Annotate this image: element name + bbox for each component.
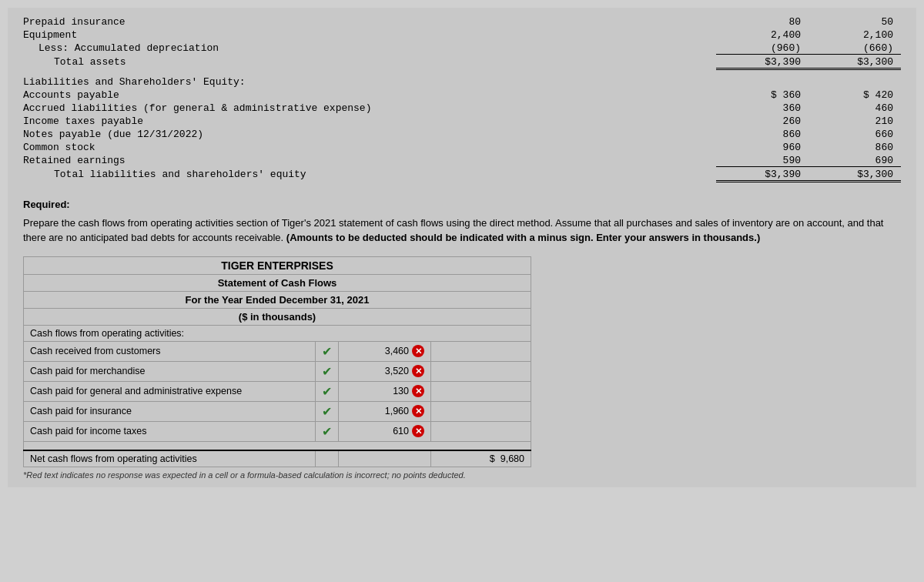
bs-label: Income taxes payable: [23, 115, 716, 127]
item-value: 610: [393, 426, 409, 436]
value-cell: 1,960 ✕: [339, 401, 431, 421]
bs-col1: (960): [716, 42, 808, 55]
item-value: 3,460: [385, 346, 409, 356]
checkmark-icon: ✔: [322, 345, 332, 358]
section-label: Cash flows from operating activities:: [24, 325, 531, 341]
bs-label: Accounts payable: [23, 89, 716, 101]
table-row: Cash paid for insurance ✔ 1,960 ✕: [24, 401, 531, 421]
bs-col1: $ 360: [716, 89, 808, 101]
bs-row-retained-earnings: Retained earnings 590 690: [23, 154, 901, 168]
item-label: Cash paid for general and administrative…: [24, 381, 316, 401]
bs-label: Prepaid insurance: [23, 16, 716, 28]
bs-label: Total assets: [23, 56, 716, 68]
bs-row-common-stock: Common stock 960 860: [23, 141, 901, 154]
bs-col1: 860: [716, 129, 808, 140]
checkmark-icon: ✔: [322, 425, 332, 438]
required-paragraph2: (Amounts to be deducted should be indica…: [286, 232, 760, 243]
value-cell: 130 ✕: [339, 381, 431, 401]
net-check-empty: [316, 450, 339, 467]
statement-table: TIGER ENTERPRISES Statement of Cash Flow…: [23, 256, 531, 467]
bs-row-liabilities-header: Liabilities and Shareholders' Equity:: [23, 75, 901, 89]
bs-col1: $3,390: [716, 56, 808, 70]
net-amount: 9,680: [500, 453, 524, 464]
bs-row-accum-dep: Less: Accumulated depreciation (960) (66…: [23, 42, 901, 55]
bs-label: Notes payable (due 12/31/2022): [23, 129, 716, 140]
error-icon: ✕: [412, 345, 424, 357]
bs-row-income-taxes: Income taxes payable 260 210: [23, 115, 901, 128]
net-cell-empty: [431, 381, 531, 401]
value-cell: 3,460 ✕: [339, 341, 431, 361]
check-cell: ✔: [316, 361, 339, 381]
bs-row-accrued: Accrued liabilities (for general & admin…: [23, 102, 901, 115]
bs-col2: $3,300: [808, 56, 901, 70]
bs-col1: 590: [716, 155, 808, 167]
checkmark-icon: ✔: [322, 365, 332, 378]
bs-row-notes-payable: Notes payable (due 12/31/2022) 860 660: [23, 128, 901, 141]
net-cell-empty: [431, 421, 531, 441]
check-cell: ✔: [316, 421, 339, 441]
item-value: 130: [393, 386, 409, 396]
check-cell: ✔: [316, 401, 339, 421]
bs-col2: $ 420: [808, 89, 901, 101]
footnote: *Red text indicates no response was expe…: [23, 470, 901, 480]
item-label: Cash paid for merchandise: [24, 361, 316, 381]
table-row: Cash paid for income taxes ✔ 610 ✕: [24, 421, 531, 441]
item-label: Cash received from customers: [24, 341, 316, 361]
bs-col1: 260: [716, 115, 808, 127]
bs-col2: 860: [808, 142, 901, 153]
item-label: Cash paid for insurance: [24, 401, 316, 421]
item-value: 1,960: [385, 406, 409, 416]
required-section: Required: Prepare the cash flows from op…: [23, 197, 901, 246]
checkmark-icon: ✔: [322, 405, 332, 418]
net-cell-empty: [431, 401, 531, 421]
value-cell: 3,520 ✕: [339, 361, 431, 381]
statement-title: TIGER ENTERPRISES: [24, 256, 531, 274]
bs-label: Liabilities and Shareholders' Equity:: [23, 76, 716, 88]
item-label: Cash paid for income taxes: [24, 421, 316, 441]
bs-row-total-equity: Total liabilities and shareholders' equi…: [23, 168, 901, 183]
page-wrapper: Prepaid insurance 80 50 Equipment 2,400 …: [8, 8, 916, 487]
check-cell: ✔: [316, 381, 339, 401]
bs-label: Equipment: [23, 29, 716, 41]
bs-row-accounts-payable: Accounts payable $ 360 $ 420: [23, 89, 901, 102]
bs-col1: 360: [716, 102, 808, 114]
table-row: Cash received from customers ✔ 3,460 ✕: [24, 341, 531, 361]
net-value-empty: [339, 450, 431, 467]
value-cell: 610 ✕: [339, 421, 431, 441]
bs-row-prepaid: Prepaid insurance 80 50: [23, 15, 901, 28]
bs-row-equipment: Equipment 2,400 2,100: [23, 28, 901, 42]
retained-earnings-label: Retained earnings: [23, 155, 716, 166]
table-row: Cash paid for general and administrative…: [24, 381, 531, 401]
bs-col1: 80: [716, 16, 808, 28]
balance-sheet: Prepaid insurance 80 50 Equipment 2,400 …: [23, 15, 901, 183]
bs-col1: $3,390: [716, 169, 808, 182]
error-icon: ✕: [412, 405, 424, 417]
net-cell-empty: [431, 341, 531, 361]
bs-col2: 690: [808, 155, 901, 167]
section-header-row: Cash flows from operating activities:: [24, 325, 531, 341]
item-value: 3,520: [385, 366, 409, 376]
bs-row-total-assets: Total assets $3,390 $3,300: [23, 55, 901, 71]
net-label: Net cash flows from operating activities: [24, 450, 316, 467]
error-icon: ✕: [412, 365, 424, 377]
bs-label: Total liabilities and shareholders' equi…: [23, 169, 716, 180]
check-cell: ✔: [316, 341, 339, 361]
bs-col1: 2,400: [716, 29, 808, 41]
checkmark-icon: ✔: [322, 385, 332, 398]
statement-subtitle: Statement of Cash Flows: [24, 274, 531, 291]
bs-label: Less: Accumulated depreciation: [23, 42, 716, 54]
bs-col2: $3,300: [808, 169, 901, 182]
table-row: Cash paid for merchandise ✔ 3,520 ✕: [24, 361, 531, 381]
bs-col2: 210: [808, 115, 901, 127]
error-icon: ✕: [412, 425, 424, 437]
statement-unit: ($ in thousands): [24, 308, 531, 325]
bs-label: Common stock: [23, 142, 716, 153]
bs-col2: 460: [808, 102, 901, 114]
net-cash-row: Net cash flows from operating activities…: [24, 450, 531, 467]
net-value: $ 9,680: [431, 450, 531, 467]
error-icon: ✕: [412, 385, 424, 397]
spacer-row: [24, 441, 531, 450]
dollar-prefix: $: [490, 453, 495, 464]
bs-col2: (660): [808, 42, 901, 55]
bs-col2: 50: [808, 16, 901, 28]
